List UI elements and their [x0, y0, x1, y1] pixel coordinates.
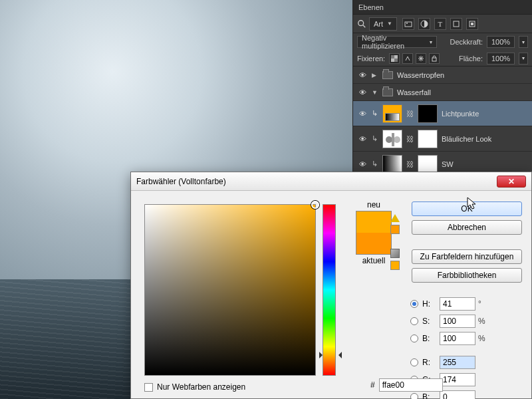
swatch-new: [356, 211, 391, 233]
fill-flyout[interactable]: ▾: [519, 53, 528, 65]
r-radio[interactable]: [410, 358, 418, 366]
warn-column: [390, 209, 402, 270]
hue-pointer-icon: [319, 352, 323, 358]
add-swatch-button[interactable]: Zu Farbfeldern hinzufügen: [412, 249, 522, 264]
filter-smart-icon[interactable]: [466, 18, 478, 30]
layer-mask[interactable]: [418, 130, 438, 148]
layer-row-selected[interactable]: 👁 ↳ ⛓ Lichtpunkte: [353, 101, 532, 126]
swatch-compare[interactable]: [356, 211, 392, 255]
visibility-icon[interactable]: 👁: [357, 71, 368, 79]
layer-thumb[interactable]: [382, 130, 402, 148]
layer-name: Wasserfall: [397, 88, 528, 96]
websafe-warning-icon[interactable]: [390, 249, 400, 258]
lock-all-icon[interactable]: [429, 53, 440, 64]
clip-icon: ↳: [372, 109, 378, 118]
b-radio[interactable]: [410, 334, 418, 342]
layer-name: Lichtpunkte: [442, 110, 528, 118]
svg-rect-7: [471, 23, 473, 25]
disclosure-icon[interactable]: ▼: [372, 89, 378, 96]
filter-shape-icon[interactable]: [450, 18, 462, 30]
layer-group[interactable]: 👁 ▶ Wassertropfen: [353, 66, 532, 84]
hsb-grid: H:° S:% B:%: [410, 297, 490, 345]
blend-mode-value: Negativ multiplizieren: [362, 34, 427, 50]
gamut-warning-icon[interactable]: [390, 209, 400, 222]
web-only-row: Nur Webfarben anzeigen: [144, 382, 245, 392]
layer-mask[interactable]: [418, 104, 438, 123]
hex-row: #: [370, 378, 443, 392]
b-field[interactable]: [440, 332, 475, 345]
hex-field[interactable]: [379, 378, 443, 392]
cancel-button[interactable]: Abbrechen: [412, 220, 522, 235]
filter-adjust-icon[interactable]: [418, 18, 430, 30]
visibility-icon[interactable]: 👁: [357, 160, 368, 168]
svg-rect-2: [405, 22, 412, 27]
dialog-titlebar[interactable]: Farbwähler (Volltonfarbe) ✕: [131, 172, 531, 191]
color-picker-dialog: Farbwähler (Volltonfarbe) ✕ neu aktuell …: [130, 172, 532, 399]
filter-pixel-icon[interactable]: [402, 18, 414, 30]
layers-panel-title: Ebenen: [358, 3, 384, 11]
ok-button[interactable]: OK: [412, 201, 522, 216]
layer-list: 👁 ▶ Wassertropfen 👁 ▼ Wasserfall 👁 ↳ ⛓ L…: [353, 66, 532, 177]
hue-slider[interactable]: [323, 204, 336, 376]
lock-row: Fixieren: Fläche: 100% ▾: [353, 51, 532, 66]
s-field[interactable]: [440, 315, 475, 328]
web-only-label: Nur Webfarben anzeigen: [157, 382, 245, 392]
fill-field[interactable]: 100%: [487, 53, 515, 65]
visibility-icon[interactable]: 👁: [357, 88, 368, 96]
opacity-flyout[interactable]: ▾: [519, 36, 528, 48]
layer-thumb[interactable]: [382, 155, 402, 174]
svg-point-12: [386, 136, 392, 143]
color-libraries-button[interactable]: Farbbibliotheken: [412, 268, 522, 283]
layer-group[interactable]: 👁 ▼ Wasserfall: [353, 84, 532, 101]
chevron-down-icon: ▼: [387, 21, 392, 27]
layer-row[interactable]: 👁 ↳ ⛓ Bläulicher Look: [353, 126, 532, 152]
lock-transparent-icon[interactable]: [389, 53, 400, 64]
svg-point-3: [406, 23, 408, 24]
chevron-down-icon: ▾: [430, 39, 432, 45]
saturation-value-field[interactable]: [144, 204, 316, 376]
fill-label: Fläche:: [459, 55, 483, 63]
svg-line-1: [363, 25, 366, 27]
clip-icon: ↳: [372, 134, 378, 143]
layer-name: Wassertropfen: [397, 71, 528, 79]
lock-position-icon[interactable]: [416, 53, 426, 64]
mask-link-icon[interactable]: ⛓: [406, 160, 414, 168]
visibility-icon[interactable]: 👁: [357, 110, 368, 118]
svg-rect-5: [454, 21, 459, 27]
gamut-swatch[interactable]: [390, 225, 400, 234]
opacity-label: Deckkraft:: [450, 38, 483, 46]
filter-kind-label: Art: [374, 20, 383, 28]
svg-point-13: [394, 136, 400, 143]
lock-pixels-icon[interactable]: [402, 53, 413, 64]
layers-panel: Ebenen Art ▼ T Negativ multiplizieren ▾ …: [352, 0, 532, 173]
blend-mode-select[interactable]: Negativ multiplizieren ▾: [357, 36, 437, 48]
clip-icon: ↳: [372, 160, 378, 168]
visibility-icon[interactable]: 👁: [357, 135, 368, 143]
hash-label: #: [370, 380, 375, 390]
svg-rect-10: [394, 59, 398, 62]
mask-link-icon[interactable]: ⛓: [406, 110, 414, 118]
layer-name: SW: [442, 160, 528, 168]
layer-mask[interactable]: [418, 155, 438, 174]
h-field[interactable]: [440, 297, 475, 311]
dialog-title: Farbwähler (Volltonfarbe): [136, 177, 497, 186]
websafe-swatch[interactable]: [390, 261, 400, 270]
r-field[interactable]: [440, 356, 475, 369]
layer-thumb[interactable]: [382, 104, 402, 123]
close-button[interactable]: ✕: [497, 176, 526, 188]
sv-cursor-icon: [311, 201, 319, 209]
svg-rect-14: [392, 133, 394, 146]
svg-rect-9: [391, 55, 394, 59]
disclosure-icon[interactable]: ▶: [372, 72, 378, 78]
g-field[interactable]: [440, 373, 475, 386]
opacity-field[interactable]: 100%: [487, 36, 515, 48]
h-radio[interactable]: [410, 300, 418, 308]
s-radio[interactable]: [410, 317, 418, 325]
swatch-neu-label: neu: [349, 200, 398, 209]
bb-radio[interactable]: [410, 393, 418, 399]
filter-type-icon[interactable]: T: [434, 18, 446, 30]
web-only-checkbox[interactable]: [144, 383, 153, 392]
mask-link-icon[interactable]: ⛓: [406, 135, 414, 143]
bb-field[interactable]: [440, 390, 475, 399]
filter-kind-select[interactable]: Art ▼: [369, 17, 397, 31]
